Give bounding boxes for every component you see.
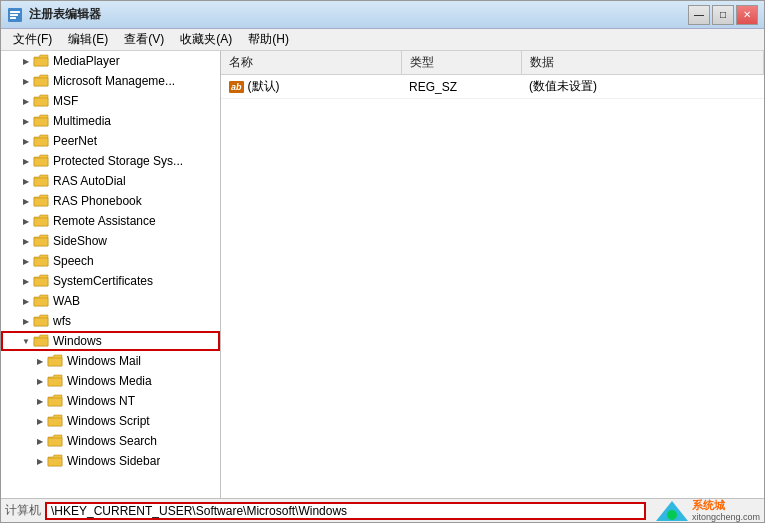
tree-expander-speech[interactable]: ▶ — [19, 254, 33, 268]
maximize-button[interactable]: □ — [712, 5, 734, 25]
tree-label-windowsscript: Windows Script — [67, 414, 150, 428]
folder-icon-wab — [33, 294, 49, 308]
cell-name: ab(默认) — [221, 75, 401, 99]
col-data: 数据 — [521, 51, 764, 75]
tree-item-speech[interactable]: ▶ Speech — [1, 251, 220, 271]
tree-expander-windowssearch[interactable]: ▶ — [33, 434, 47, 448]
tree-label-peernet: PeerNet — [53, 134, 97, 148]
tree-expander-windowsmedia[interactable]: ▶ — [33, 374, 47, 388]
tree-label-windowsnt: Windows NT — [67, 394, 135, 408]
tree-item-systemcertificates[interactable]: ▶ SystemCertificates — [1, 271, 220, 291]
tree-label-protectedstorage: Protected Storage Sys... — [53, 154, 183, 168]
tree-expander-windowsnt[interactable]: ▶ — [33, 394, 47, 408]
tree-label-windowssearch: Windows Search — [67, 434, 157, 448]
col-name: 名称 — [221, 51, 401, 75]
tree-item-mediaplayer[interactable]: ▶ MediaPlayer — [1, 51, 220, 71]
tree-expander-remoteassistance[interactable]: ▶ — [19, 214, 33, 228]
app-icon — [7, 7, 23, 23]
menu-favorites[interactable]: 收藏夹(A) — [172, 29, 240, 50]
tree-item-msf[interactable]: ▶ MSF — [1, 91, 220, 111]
tree-item-rasphonebook[interactable]: ▶ RAS Phonebook — [1, 191, 220, 211]
tree-label-rasautodial: RAS AutoDial — [53, 174, 126, 188]
tree-item-windowsscript[interactable]: ▶ Windows Script — [1, 411, 220, 431]
status-label: 计算机 — [5, 502, 41, 519]
folder-icon-wfs — [33, 314, 49, 328]
detail-pane: 名称 类型 数据 ab(默认)REG_SZ(数值未设置) — [221, 51, 764, 498]
folder-icon-msf — [33, 94, 49, 108]
tree-expander-wfs[interactable]: ▶ — [19, 314, 33, 328]
title-bar: 注册表编辑器 — □ ✕ — [1, 1, 764, 29]
folder-icon-microsoftmanageme — [33, 74, 49, 88]
minimize-button[interactable]: — — [688, 5, 710, 25]
tree-item-windowssidebar[interactable]: ▶ Windows Sidebar — [1, 451, 220, 471]
folder-icon-peernet — [33, 134, 49, 148]
tree-pane[interactable]: ▶ MediaPlayer▶ Microsoft Manageme...▶ MS… — [1, 51, 221, 498]
folder-icon-systemcertificates — [33, 274, 49, 288]
watermark-icon — [654, 499, 690, 523]
tree-expander-multimedia[interactable]: ▶ — [19, 114, 33, 128]
tree-expander-mediaplayer[interactable]: ▶ — [19, 54, 33, 68]
folder-icon-windowsnt — [47, 394, 63, 408]
cell-type: REG_SZ — [401, 75, 521, 99]
tree-label-windowsmail: Windows Mail — [67, 354, 141, 368]
tree-label-mediaplayer: MediaPlayer — [53, 54, 120, 68]
watermark-site: 系统城 — [692, 499, 760, 512]
tree-item-windowsmail[interactable]: ▶ Windows Mail — [1, 351, 220, 371]
col-type: 类型 — [401, 51, 521, 75]
folder-icon-multimedia — [33, 114, 49, 128]
tree-item-microsoftmanageme[interactable]: ▶ Microsoft Manageme... — [1, 71, 220, 91]
tree-item-wab[interactable]: ▶ WAB — [1, 291, 220, 311]
folder-icon-mediaplayer — [33, 54, 49, 68]
close-button[interactable]: ✕ — [736, 5, 758, 25]
tree-label-windows: Windows — [53, 334, 102, 348]
folder-icon-protectedstorage — [33, 154, 49, 168]
tree-expander-rasphonebook[interactable]: ▶ — [19, 194, 33, 208]
tree-label-sideshow: SideShow — [53, 234, 107, 248]
svg-point-5 — [667, 510, 677, 520]
tree-item-protectedstorage[interactable]: ▶ Protected Storage Sys... — [1, 151, 220, 171]
tree-label-systemcertificates: SystemCertificates — [53, 274, 153, 288]
tree-item-windowsnt[interactable]: ▶ Windows NT — [1, 391, 220, 411]
tree-expander-sideshow[interactable]: ▶ — [19, 234, 33, 248]
tree-item-wfs[interactable]: ▶ wfs — [1, 311, 220, 331]
title-buttons: — □ ✕ — [688, 5, 758, 25]
tree-label-wfs: wfs — [53, 314, 71, 328]
tree-item-windows[interactable]: ▼ Windows — [1, 331, 220, 351]
tree-expander-wab[interactable]: ▶ — [19, 294, 33, 308]
tree-expander-systemcertificates[interactable]: ▶ — [19, 274, 33, 288]
tree-expander-msf[interactable]: ▶ — [19, 94, 33, 108]
tree-item-windowsmedia[interactable]: ▶ Windows Media — [1, 371, 220, 391]
tree-item-peernet[interactable]: ▶ PeerNet — [1, 131, 220, 151]
tree-label-speech: Speech — [53, 254, 94, 268]
menu-file[interactable]: 文件(F) — [5, 29, 60, 50]
tree-expander-windows[interactable]: ▼ — [19, 334, 33, 348]
tree-expander-rasautodial[interactable]: ▶ — [19, 174, 33, 188]
tree-item-multimedia[interactable]: ▶ Multimedia — [1, 111, 220, 131]
tree-item-sideshow[interactable]: ▶ SideShow — [1, 231, 220, 251]
tree-item-rasautodial[interactable]: ▶ RAS AutoDial — [1, 171, 220, 191]
folder-icon-sideshow — [33, 234, 49, 248]
tree-label-remoteassistance: Remote Assistance — [53, 214, 156, 228]
menu-help[interactable]: 帮助(H) — [240, 29, 297, 50]
folder-icon-windowsmail — [47, 354, 63, 368]
tree-label-microsoftmanageme: Microsoft Manageme... — [53, 74, 175, 88]
tree-item-remoteassistance[interactable]: ▶ Remote Assistance — [1, 211, 220, 231]
tree-expander-windowssidebar[interactable]: ▶ — [33, 454, 47, 468]
tree-expander-protectedstorage[interactable]: ▶ — [19, 154, 33, 168]
registry-table: 名称 类型 数据 ab(默认)REG_SZ(数值未设置) — [221, 51, 764, 99]
main-area: ▶ MediaPlayer▶ Microsoft Manageme...▶ MS… — [1, 51, 764, 498]
tree-expander-microsoftmanageme[interactable]: ▶ — [19, 74, 33, 88]
tree-expander-windowsmail[interactable]: ▶ — [33, 354, 47, 368]
table-row[interactable]: ab(默认)REG_SZ(数值未设置) — [221, 75, 764, 99]
cell-data: (数值未设置) — [521, 75, 764, 99]
ab-icon: ab — [229, 81, 244, 93]
folder-icon-windowsscript — [47, 414, 63, 428]
tree-expander-peernet[interactable]: ▶ — [19, 134, 33, 148]
folder-icon-remoteassistance — [33, 214, 49, 228]
tree-label-msf: MSF — [53, 94, 78, 108]
menu-view[interactable]: 查看(V) — [116, 29, 172, 50]
tree-expander-windowsscript[interactable]: ▶ — [33, 414, 47, 428]
tree-label-wab: WAB — [53, 294, 80, 308]
tree-item-windowssearch[interactable]: ▶ Windows Search — [1, 431, 220, 451]
menu-edit[interactable]: 编辑(E) — [60, 29, 116, 50]
